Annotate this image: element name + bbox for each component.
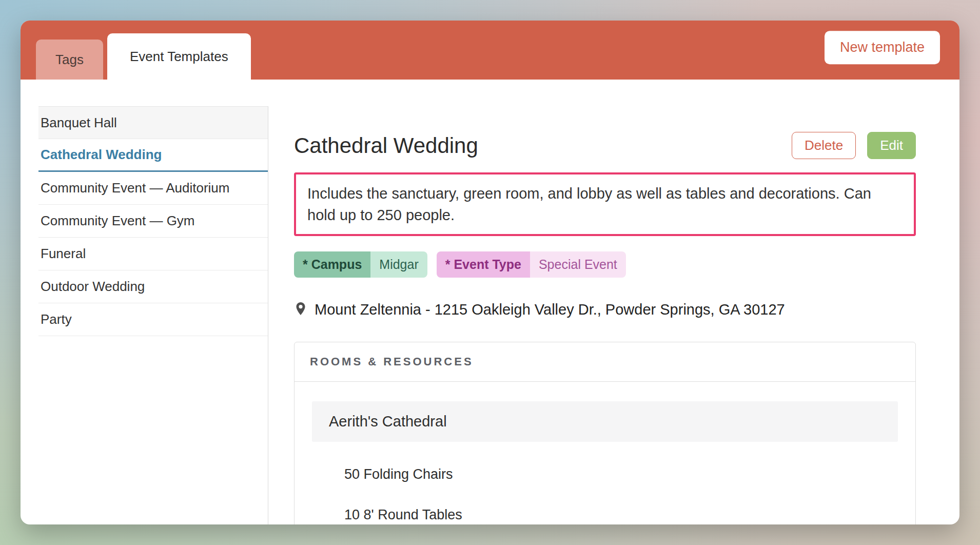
template-list-sidebar: Banquet Hall Cathedral Wedding Community… [21,106,268,524]
description-highlight-box: Includes the sanctuary, green room, and … [294,172,916,236]
content-area: Banquet Hall Cathedral Wedding Community… [21,80,959,524]
sidebar-item-party[interactable]: Party [38,303,268,336]
location-pin-icon [294,302,307,318]
event-type-tag-key: * Event Type [437,251,530,278]
sidebar-item-cathedral-wedding[interactable]: Cathedral Wedding [38,139,268,172]
rooms-resources-section: ROOMS & RESOURCES Aerith's Cathedral 50 … [294,342,916,524]
sidebar-item-funeral[interactable]: Funeral [38,238,268,270]
header-bar: Tags Event Templates New template [21,21,959,80]
rooms-resources-header: ROOMS & RESOURCES [295,342,915,382]
description-text: Includes the sanctuary, green room, and … [307,183,903,226]
action-buttons: Delete Edit [792,132,916,159]
campus-tag-value: Midgar [370,251,427,278]
new-template-button[interactable]: New template [825,31,940,64]
location-row: Mount Zeltennia - 1215 Oakleigh Valley D… [294,301,916,318]
resource-item: 50 Folding Chairs [344,466,898,482]
campus-tag-key: * Campus [294,251,370,278]
edit-button[interactable]: Edit [867,132,916,159]
rooms-resources-body: Aerith's Cathedral 50 Folding Chairs 10 … [295,382,915,524]
tab-bar: Tags Event Templates [36,21,251,80]
title-row: Cathedral Wedding Delete Edit [294,132,916,159]
sidebar-item-outdoor-wedding[interactable]: Outdoor Wedding [38,270,268,303]
tab-tags[interactable]: Tags [36,40,103,80]
location-text: Mount Zeltennia - 1215 Oakleigh Valley D… [315,301,785,318]
sidebar-item-community-event-auditorium[interactable]: Community Event — Auditorium [38,172,268,205]
page-title: Cathedral Wedding [294,133,478,158]
sidebar-item-banquet-hall[interactable]: Banquet Hall [38,106,268,139]
resource-item: 10 8' Round Tables [344,507,898,523]
campus-tag-badge[interactable]: * Campus Midgar [294,251,427,278]
template-detail: Cathedral Wedding Delete Edit Includes t… [268,106,959,524]
tab-event-templates[interactable]: Event Templates [107,33,251,80]
event-type-tag-value: Special Event [530,251,626,278]
desktop-background: Tags Event Templates New template Banque… [0,0,980,545]
room-row[interactable]: Aerith's Cathedral [312,401,898,442]
sidebar-item-community-event-gym[interactable]: Community Event — Gym [38,205,268,238]
tag-badges: * Campus Midgar * Event Type Special Eve… [294,251,916,278]
event-type-tag-badge[interactable]: * Event Type Special Event [437,251,626,278]
app-window: Tags Event Templates New template Banque… [21,21,959,524]
delete-button[interactable]: Delete [792,132,856,159]
